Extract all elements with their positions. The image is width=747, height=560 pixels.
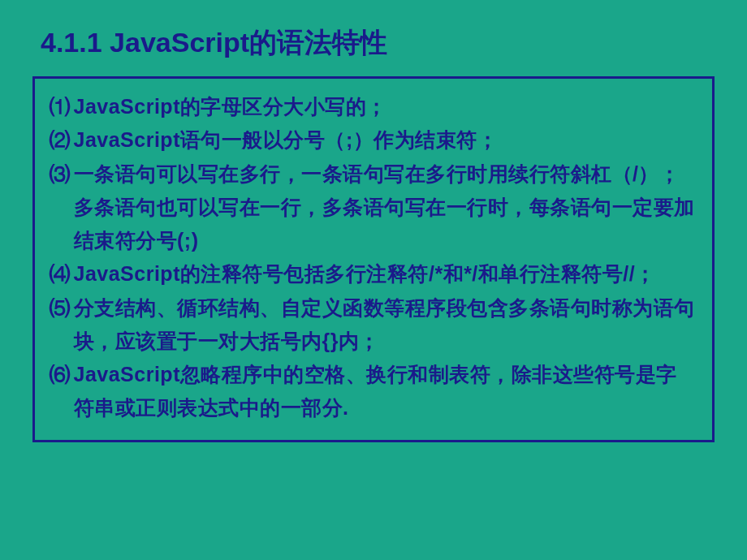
list-item: ⑴ JavaScript的字母区分大小写的； bbox=[50, 90, 697, 123]
item-text: JavaScript的注释符号包括多行注释符/*和*/和单行注释符号//； bbox=[74, 257, 698, 291]
item-text: 分支结构、循环结构、自定义函数等程序段包含多条语句时称为语句块，应该置于一对大括… bbox=[74, 291, 698, 359]
slide-heading: 4.1.1 JavaScript的语法特性 bbox=[32, 24, 715, 62]
item-marker: ⑷ bbox=[50, 257, 71, 291]
list-item: ⑸ 分支结构、循环结构、自定义函数等程序段包含多条语句时称为语句块，应该置于一对… bbox=[50, 291, 697, 359]
item-text: 一条语句可以写在多行，一条语句写在多行时用续行符斜杠（/）；多条语句也可以写在一… bbox=[74, 157, 698, 258]
list-item: ⑵ JavaScript语句一般以分号（;）作为结束符； bbox=[50, 123, 697, 157]
item-marker: ⑸ bbox=[50, 291, 71, 325]
slide-container: 4.1.1 JavaScript的语法特性 ⑴ JavaScript的字母区分大… bbox=[0, 0, 747, 560]
item-text: JavaScript忽略程序中的空格、换行和制表符，除非这些符号是字符串或正则表… bbox=[74, 358, 698, 425]
item-marker: ⑵ bbox=[50, 123, 71, 157]
item-marker: ⑶ bbox=[50, 157, 71, 191]
item-marker: ⑴ bbox=[50, 90, 71, 123]
list-item: ⑷ JavaScript的注释符号包括多行注释符/*和*/和单行注释符号//； bbox=[50, 257, 697, 291]
content-box: ⑴ JavaScript的字母区分大小写的； ⑵ JavaScript语句一般以… bbox=[32, 76, 715, 442]
item-marker: ⑹ bbox=[50, 358, 71, 391]
item-text: JavaScript语句一般以分号（;）作为结束符； bbox=[74, 123, 698, 157]
item-text: JavaScript的字母区分大小写的； bbox=[74, 90, 698, 123]
list-item: ⑹ JavaScript忽略程序中的空格、换行和制表符，除非这些符号是字符串或正… bbox=[50, 358, 697, 425]
list-item: ⑶ 一条语句可以写在多行，一条语句写在多行时用续行符斜杠（/）；多条语句也可以写… bbox=[50, 157, 697, 258]
